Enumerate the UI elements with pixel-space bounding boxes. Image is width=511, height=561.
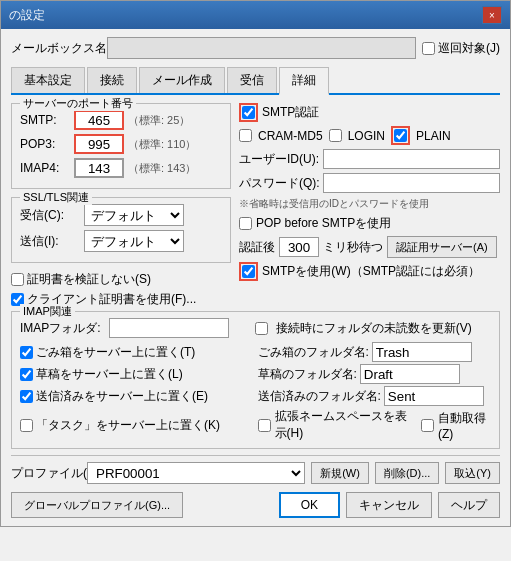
password-row: パスワード(Q): bbox=[239, 173, 500, 193]
trash-checkbox[interactable] bbox=[20, 346, 33, 359]
pop-before-smtp-checkbox[interactable] bbox=[239, 217, 252, 230]
tab-connection[interactable]: 接続 bbox=[87, 67, 137, 93]
login-label: LOGIN bbox=[348, 129, 385, 143]
imap-title: IMAP関連 bbox=[20, 304, 75, 319]
ssl-tls-section: SSL/TLS関連 受信(C): デフォルト SSL/TLS STARTTLS … bbox=[11, 197, 231, 263]
ok-button[interactable]: OK bbox=[279, 492, 340, 518]
tab-detail[interactable]: 詳細 bbox=[279, 67, 329, 95]
receive-ssl-row: 受信(C): デフォルト SSL/TLS STARTTLS なし bbox=[20, 204, 222, 226]
sent-folder-label: 送信済みのフォルダ名: bbox=[258, 388, 381, 405]
delete-profile-button[interactable]: 削除(D)... bbox=[375, 462, 439, 484]
smtp-use-row: SMTPを使用(W)（SMTP認証には必須） bbox=[239, 262, 500, 281]
profile-select[interactable]: PRF00001 bbox=[87, 462, 305, 484]
help-button[interactable]: ヘルプ bbox=[438, 492, 500, 518]
delay-input[interactable] bbox=[279, 237, 319, 257]
mailbox-row: メールボックス名(X): 巡回対象(J) bbox=[11, 37, 500, 59]
title-bar-controls: × bbox=[482, 6, 502, 24]
global-profile-button[interactable]: グローバルプロファイル(G)... bbox=[11, 492, 183, 518]
trash-folder-input[interactable] bbox=[372, 342, 472, 362]
mailbox-label: メールボックス名(X): bbox=[11, 40, 101, 57]
task-check-label: 「タスク」をサーバー上に置く(K) bbox=[36, 417, 220, 434]
profile-row: プロファイル(R): PRF00001 新規(W) 削除(D)... 取込(Y) bbox=[11, 462, 500, 484]
receive-ssl-label: 受信(C): bbox=[20, 207, 80, 224]
sent-check-item: 送信済みをサーバー上に置く(E) bbox=[20, 386, 254, 406]
import-profile-button[interactable]: 取込(Y) bbox=[445, 462, 500, 484]
password-input[interactable] bbox=[323, 173, 500, 193]
patrol-label: 巡回対象(J) bbox=[438, 40, 500, 57]
pop3-label: POP3: bbox=[20, 137, 70, 151]
profile-label: プロファイル(R): bbox=[11, 465, 81, 482]
task-check-item: 「タスク」をサーバー上に置く(K) bbox=[20, 408, 254, 442]
smtp-default: （標準: 25） bbox=[128, 113, 190, 128]
no-cert-row: 証明書を検証しない(S) bbox=[11, 271, 231, 288]
tab-mail-create[interactable]: メール作成 bbox=[139, 67, 225, 93]
smtp-row: SMTP: （標準: 25） bbox=[20, 110, 222, 130]
plain-checkbox[interactable] bbox=[394, 129, 407, 142]
smtp-auth-label: SMTP認証 bbox=[262, 104, 319, 121]
imap-folder-label: IMAPフォルダ: bbox=[20, 320, 101, 337]
smtp-port-input[interactable] bbox=[74, 110, 124, 130]
draft-folder-label: 草稿のフォルダ名: bbox=[258, 366, 357, 383]
smtp-auth-section: SMTP認証 CRAM-MD5 LOGIN PLAIN ユーザーID(U): bbox=[239, 103, 500, 281]
update-unread-checkbox[interactable] bbox=[255, 322, 268, 335]
imap4-row: IMAP4: （標準: 143） bbox=[20, 158, 222, 178]
task-checkbox[interactable] bbox=[20, 419, 33, 432]
sent-folder-item: 送信済みのフォルダ名: bbox=[258, 386, 492, 406]
tabs: 基本設定 接続 メール作成 受信 詳細 bbox=[11, 67, 500, 95]
server-ports-section: サーバーのポート番号 SMTP: （標準: 25） POP3: （標準: 110… bbox=[11, 103, 231, 189]
login-checkbox[interactable] bbox=[329, 129, 342, 142]
cram-md5-checkbox[interactable] bbox=[239, 129, 252, 142]
user-id-input[interactable] bbox=[323, 149, 500, 169]
main-content: メールボックス名(X): 巡回対象(J) 基本設定 接続 メール作成 受信 詳細… bbox=[1, 29, 510, 526]
pop3-port-input[interactable] bbox=[74, 134, 124, 154]
close-button[interactable]: × bbox=[482, 6, 502, 24]
imap-folder-grid: ごみ箱をサーバー上に置く(T) ごみ箱のフォルダ名: 草稿をサーバー上に置く(L… bbox=[20, 342, 491, 442]
mailbox-input[interactable] bbox=[107, 37, 416, 59]
no-cert-checkbox[interactable] bbox=[11, 273, 24, 286]
ns-checkbox[interactable] bbox=[258, 419, 271, 432]
ns-label: 拡張ネームスペースを表示(H) bbox=[275, 408, 409, 442]
imap-section: IMAP関連 IMAPフォルダ: 接続時にフォルダの未読数を更新(V) ごみ箱を… bbox=[11, 311, 500, 449]
user-id-row: ユーザーID(U): bbox=[239, 149, 500, 169]
auth-note: ※省略時は受信用のIDとパスワードを使用 bbox=[239, 197, 500, 211]
tab-receive[interactable]: 受信 bbox=[227, 67, 277, 93]
imap4-port-input[interactable] bbox=[74, 158, 124, 178]
patrol-checkbox-label[interactable]: 巡回対象(J) bbox=[422, 40, 500, 57]
draft-checkbox[interactable] bbox=[20, 368, 33, 381]
smtp-label: SMTP: bbox=[20, 113, 70, 127]
auto-get-label: 自動取得(Z) bbox=[438, 410, 491, 441]
draft-folder-input[interactable] bbox=[360, 364, 460, 384]
patrol-checkbox[interactable] bbox=[422, 42, 435, 55]
delay-unit-label: ミリ秒待つ bbox=[323, 239, 383, 256]
draft-folder-item: 草稿のフォルダ名: bbox=[258, 364, 492, 384]
send-ssl-select[interactable]: デフォルト SSL/TLS STARTTLS なし bbox=[84, 230, 184, 252]
send-ssl-label: 送信(I): bbox=[20, 233, 80, 250]
plain-label: PLAIN bbox=[416, 129, 451, 143]
smtp-use-bordered-checkbox bbox=[239, 262, 258, 281]
update-unread-label: 接続時にフォルダの未読数を更新(V) bbox=[276, 320, 472, 337]
imap-folder-input[interactable] bbox=[109, 318, 229, 338]
two-col-layout: サーバーのポート番号 SMTP: （標準: 25） POP3: （標準: 110… bbox=[11, 103, 500, 311]
server-ports-title: サーバーのポート番号 bbox=[20, 96, 136, 111]
left-column: サーバーのポート番号 SMTP: （標準: 25） POP3: （標準: 110… bbox=[11, 103, 231, 311]
title-bar: の設定 × bbox=[1, 1, 510, 29]
imap4-label: IMAP4: bbox=[20, 161, 70, 175]
pop-before-smtp-row: POP before SMTPを使用 bbox=[239, 215, 500, 232]
plain-bordered-checkbox bbox=[391, 126, 410, 145]
sent-folder-input[interactable] bbox=[384, 386, 484, 406]
auto-get-checkbox[interactable] bbox=[421, 419, 434, 432]
divider bbox=[11, 455, 500, 456]
new-profile-button[interactable]: 新規(W) bbox=[311, 462, 369, 484]
tab-basic[interactable]: 基本設定 bbox=[11, 67, 85, 93]
auth-server-button[interactable]: 認証用サーバー(A) bbox=[387, 236, 497, 258]
receive-ssl-select[interactable]: デフォルト SSL/TLS STARTTLS なし bbox=[84, 204, 184, 226]
imap4-default: （標準: 143） bbox=[128, 161, 196, 176]
smtp-auth-header: SMTP認証 bbox=[239, 103, 500, 122]
sent-checkbox[interactable] bbox=[20, 390, 33, 403]
smtp-auth-checkbox[interactable] bbox=[242, 106, 255, 119]
auth-checkboxes: CRAM-MD5 LOGIN PLAIN bbox=[239, 126, 500, 145]
cancel-button[interactable]: キャンセル bbox=[346, 492, 432, 518]
smtp-use-checkbox[interactable] bbox=[242, 265, 255, 278]
auth-delay-row: 認証後 ミリ秒待つ 認証用サーバー(A) bbox=[239, 236, 500, 258]
settings-window: の設定 × メールボックス名(X): 巡回対象(J) 基本設定 接続 メール作成… bbox=[0, 0, 511, 527]
